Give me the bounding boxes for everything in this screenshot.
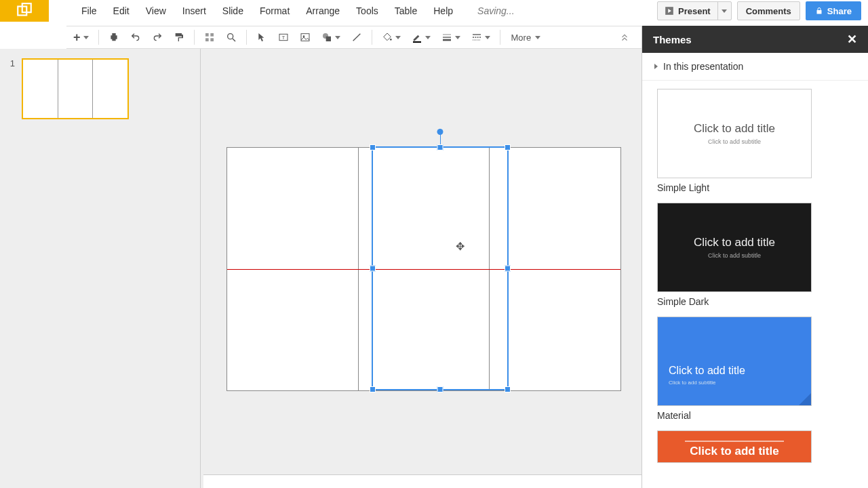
resize-handle-w[interactable] xyxy=(370,266,376,272)
menu-tools[interactable]: Tools xyxy=(348,3,387,19)
shape-icon xyxy=(321,32,332,43)
theme-preview-title: Click to add title xyxy=(694,236,775,249)
bottom-strip xyxy=(203,474,642,488)
comments-button[interactable]: Comments xyxy=(737,1,800,20)
menu-file[interactable]: File xyxy=(73,3,105,19)
theme-item-simple-dark[interactable]: Click to add title Click to add subtitle… xyxy=(657,203,853,307)
print-icon xyxy=(108,32,119,43)
themes-header: Themes ✕ xyxy=(642,26,868,53)
theme-preview-subtitle: Click to add subtitle xyxy=(708,138,761,145)
fill-color-button[interactable] xyxy=(378,28,405,46)
chevron-down-icon xyxy=(335,36,340,39)
collapse-toolbar-button[interactable] xyxy=(614,26,635,49)
textbox-tool[interactable]: T xyxy=(274,28,293,46)
theme-preview: Click to add title xyxy=(657,430,812,463)
present-button[interactable]: Present xyxy=(658,6,717,16)
guide-line xyxy=(58,60,58,118)
print-button[interactable] xyxy=(104,28,123,46)
theme-item-simple-light[interactable]: Click to add title Click to add subtitle… xyxy=(657,89,853,193)
svg-text:T: T xyxy=(281,35,285,41)
slides-icon xyxy=(16,2,33,20)
menu-slide[interactable]: Slide xyxy=(214,3,252,19)
paint-format-button[interactable] xyxy=(170,28,189,46)
menu-items: File Edit View Insert Slide Format Arran… xyxy=(73,3,461,19)
image-icon xyxy=(300,32,311,43)
theme-item-material[interactable]: Click to add title Click to add subtitle… xyxy=(657,317,853,421)
chevron-down-icon xyxy=(535,36,540,39)
line-dash-button[interactable] xyxy=(467,28,494,46)
svg-rect-4 xyxy=(175,33,181,37)
resize-handle-nw[interactable] xyxy=(370,144,376,150)
line-weight-button[interactable] xyxy=(437,28,465,46)
resize-handle-sw[interactable] xyxy=(370,386,376,392)
redo-button[interactable] xyxy=(148,28,167,46)
pencil-icon xyxy=(412,32,422,43)
svg-rect-16 xyxy=(326,37,330,41)
paint-roller-icon xyxy=(174,32,184,43)
selection-box[interactable] xyxy=(372,146,509,390)
resize-handle-n[interactable] xyxy=(437,144,443,150)
theme-name: Simple Light xyxy=(657,182,853,193)
thumbnail-number: 1 xyxy=(7,58,15,119)
more-button[interactable]: More xyxy=(506,33,547,43)
resize-handle-ne[interactable] xyxy=(505,144,511,150)
svg-rect-6 xyxy=(210,33,214,37)
themes-list[interactable]: Click to add title Click to add subtitle… xyxy=(642,81,868,488)
image-tool[interactable] xyxy=(296,28,315,46)
theme-preview: Click to add title Click to add subtitle xyxy=(657,317,812,406)
menu-help[interactable]: Help xyxy=(425,3,461,19)
separator xyxy=(500,30,500,45)
more-label: More xyxy=(511,33,532,43)
menu-view[interactable]: View xyxy=(138,3,174,19)
select-tool[interactable] xyxy=(252,28,271,46)
theme-name: Simple Dark xyxy=(657,296,853,307)
workspace: 1 ✥ xyxy=(0,49,642,488)
new-slide-button[interactable]: + xyxy=(69,28,93,46)
present-label: Present xyxy=(678,6,711,16)
theme-item-orange[interactable]: Click to add title xyxy=(657,430,853,463)
menu-table[interactable]: Table xyxy=(387,3,425,19)
close-themes-button[interactable]: ✕ xyxy=(847,32,857,47)
rotation-handle[interactable] xyxy=(437,129,443,135)
chevron-down-icon xyxy=(395,36,401,39)
resize-handle-e[interactable] xyxy=(505,266,511,272)
chevron-down-icon xyxy=(425,36,431,39)
chevron-right-icon xyxy=(654,64,658,69)
shape-tool[interactable] xyxy=(317,28,344,46)
menu-insert[interactable]: Insert xyxy=(174,3,214,19)
menu-format[interactable]: Format xyxy=(252,3,298,19)
separator xyxy=(246,30,247,45)
line-color-button[interactable] xyxy=(408,28,435,46)
resize-handle-se[interactable] xyxy=(505,386,511,392)
fit-button[interactable] xyxy=(200,28,219,46)
move-cursor-icon: ✥ xyxy=(456,240,465,253)
svg-line-10 xyxy=(233,39,235,41)
chevron-down-icon xyxy=(485,36,490,39)
theme-preview: Click to add title Click to add subtitle xyxy=(657,89,812,178)
svg-rect-8 xyxy=(210,38,214,41)
menu-bar: File Edit View Insert Slide Format Arran… xyxy=(0,0,868,22)
themes-title: Themes xyxy=(653,34,692,45)
theme-preview-title: Click to add title xyxy=(694,122,775,136)
svg-rect-13 xyxy=(301,34,309,41)
thumbnail-entry[interactable]: 1 xyxy=(7,58,193,119)
resize-handle-s[interactable] xyxy=(437,386,443,392)
decorative-line xyxy=(685,441,784,442)
menu-edit[interactable]: Edit xyxy=(105,3,138,19)
theme-name: Material xyxy=(657,410,853,421)
zoom-button[interactable] xyxy=(222,28,241,46)
line-tool[interactable] xyxy=(347,28,366,46)
themes-subheader[interactable]: In this presentation xyxy=(642,53,868,81)
canvas-area[interactable]: ✥ xyxy=(201,49,642,488)
present-dropdown[interactable] xyxy=(717,2,731,20)
undo-button[interactable] xyxy=(126,28,145,46)
chevron-down-icon xyxy=(722,9,727,13)
thumbnail-slide[interactable] xyxy=(22,58,129,119)
undo-icon xyxy=(130,32,141,43)
share-button[interactable]: Share xyxy=(806,1,861,20)
separator xyxy=(372,30,372,45)
slide-thumbnail-panel[interactable]: 1 xyxy=(0,49,201,488)
menu-arrange[interactable]: Arrange xyxy=(298,3,348,19)
app-logo[interactable] xyxy=(0,0,49,22)
chevron-down-icon xyxy=(83,36,89,39)
